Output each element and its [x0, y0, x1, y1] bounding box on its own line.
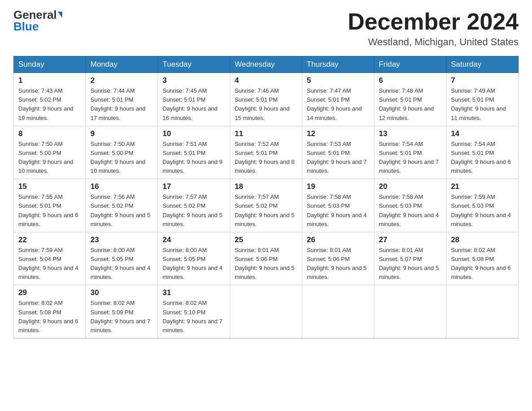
day-number: 29 [18, 288, 81, 297]
day-info: Sunrise: 7:57 AMSunset: 5:02 PMDaylight:… [163, 193, 225, 229]
day-number: 4 [235, 76, 297, 85]
day-number: 31 [163, 288, 225, 297]
day-info: Sunrise: 7:59 AMSunset: 5:03 PMDaylight:… [451, 193, 514, 229]
day-number: 20 [379, 182, 442, 191]
day-number: 21 [451, 182, 514, 191]
calendar-cell: 24 Sunrise: 8:00 AMSunset: 5:05 PMDaylig… [158, 232, 230, 285]
day-info: Sunrise: 8:00 AMSunset: 5:05 PMDaylight:… [163, 246, 225, 282]
calendar-cell: 3 Sunrise: 7:45 AMSunset: 5:01 PMDayligh… [158, 73, 230, 126]
day-number: 11 [235, 129, 297, 138]
day-number: 25 [235, 235, 297, 244]
calendar-cell: 22 Sunrise: 7:59 AMSunset: 5:04 PMDaylig… [14, 232, 86, 285]
day-info: Sunrise: 7:52 AMSunset: 5:01 PMDaylight:… [235, 140, 297, 176]
day-info: Sunrise: 8:01 AMSunset: 5:06 PMDaylight:… [235, 246, 297, 282]
day-info: Sunrise: 8:01 AMSunset: 5:06 PMDaylight:… [307, 246, 369, 282]
logo-general-text: General [13, 9, 57, 21]
day-info: Sunrise: 8:02 AMSunset: 5:09 PMDaylight:… [90, 299, 153, 335]
day-number: 26 [307, 235, 369, 244]
month-title: December 2024 [348, 9, 519, 34]
calendar-header-thursday: Thursday [302, 56, 374, 73]
calendar-header-saturday: Saturday [446, 56, 518, 73]
day-number: 28 [451, 235, 514, 244]
day-number: 8 [18, 129, 81, 138]
title-block: December 2024 Westland, Michigan, United… [348, 9, 519, 48]
logo-blue-text: Blue [13, 21, 39, 32]
calendar-cell: 6 Sunrise: 7:48 AMSunset: 5:01 PMDayligh… [374, 73, 446, 126]
day-info: Sunrise: 8:02 AMSunset: 5:08 PMDaylight:… [18, 299, 81, 335]
day-number: 9 [90, 129, 153, 138]
day-number: 6 [379, 76, 442, 85]
calendar-cell: 28 Sunrise: 8:02 AMSunset: 5:08 PMDaylig… [446, 232, 518, 285]
location-title: Westland, Michigan, United States [348, 36, 519, 48]
day-number: 12 [307, 129, 369, 138]
calendar-cell: 4 Sunrise: 7:46 AMSunset: 5:01 PMDayligh… [230, 73, 302, 126]
calendar-cell: 18 Sunrise: 7:57 AMSunset: 5:02 PMDaylig… [230, 179, 302, 232]
calendar-cell [230, 285, 302, 338]
day-info: Sunrise: 8:01 AMSunset: 5:07 PMDaylight:… [379, 246, 442, 282]
day-number: 30 [90, 288, 153, 297]
day-number: 10 [163, 129, 225, 138]
day-info: Sunrise: 7:54 AMSunset: 5:01 PMDaylight:… [451, 140, 514, 176]
calendar-cell: 26 Sunrise: 8:01 AMSunset: 5:06 PMDaylig… [302, 232, 374, 285]
calendar-cell: 27 Sunrise: 8:01 AMSunset: 5:07 PMDaylig… [374, 232, 446, 285]
calendar-week-row: 22 Sunrise: 7:59 AMSunset: 5:04 PMDaylig… [14, 232, 519, 285]
day-info: Sunrise: 7:47 AMSunset: 5:01 PMDaylight:… [307, 86, 369, 123]
day-number: 3 [163, 76, 225, 85]
day-info: Sunrise: 7:54 AMSunset: 5:01 PMDaylight:… [379, 140, 442, 176]
day-number: 18 [235, 182, 297, 191]
calendar-cell: 25 Sunrise: 8:01 AMSunset: 5:06 PMDaylig… [230, 232, 302, 285]
day-info: Sunrise: 7:55 AMSunset: 5:01 PMDaylight:… [18, 193, 81, 229]
calendar-header-friday: Friday [374, 56, 446, 73]
calendar-cell [302, 285, 374, 338]
day-info: Sunrise: 8:00 AMSunset: 5:05 PMDaylight:… [90, 246, 153, 282]
logo: General Blue [13, 9, 62, 32]
day-number: 22 [18, 235, 81, 244]
calendar-cell: 2 Sunrise: 7:44 AMSunset: 5:01 PMDayligh… [86, 73, 158, 126]
day-info: Sunrise: 7:58 AMSunset: 5:03 PMDaylight:… [307, 193, 369, 229]
calendar-cell: 30 Sunrise: 8:02 AMSunset: 5:09 PMDaylig… [86, 285, 158, 338]
calendar-cell: 16 Sunrise: 7:56 AMSunset: 5:02 PMDaylig… [86, 179, 158, 232]
day-number: 2 [90, 76, 153, 85]
calendar-week-row: 8 Sunrise: 7:50 AMSunset: 5:00 PMDayligh… [14, 126, 519, 179]
day-info: Sunrise: 7:49 AMSunset: 5:01 PMDaylight:… [451, 86, 514, 123]
calendar-cell [374, 285, 446, 338]
calendar-week-row: 29 Sunrise: 8:02 AMSunset: 5:08 PMDaylig… [14, 285, 519, 338]
calendar-header-monday: Monday [86, 56, 158, 73]
day-info: Sunrise: 7:46 AMSunset: 5:01 PMDaylight:… [235, 86, 297, 123]
day-number: 27 [379, 235, 442, 244]
calendar-cell: 29 Sunrise: 8:02 AMSunset: 5:08 PMDaylig… [14, 285, 86, 338]
calendar-cell: 23 Sunrise: 8:00 AMSunset: 5:05 PMDaylig… [86, 232, 158, 285]
calendar-cell: 20 Sunrise: 7:58 AMSunset: 5:03 PMDaylig… [374, 179, 446, 232]
day-number: 5 [307, 76, 369, 85]
calendar-cell: 1 Sunrise: 7:43 AMSunset: 5:02 PMDayligh… [14, 73, 86, 126]
day-info: Sunrise: 7:59 AMSunset: 5:04 PMDaylight:… [18, 246, 81, 282]
calendar-cell: 12 Sunrise: 7:53 AMSunset: 5:01 PMDaylig… [302, 126, 374, 179]
day-info: Sunrise: 7:58 AMSunset: 5:03 PMDaylight:… [379, 193, 442, 229]
calendar-week-row: 1 Sunrise: 7:43 AMSunset: 5:02 PMDayligh… [14, 73, 519, 126]
calendar-cell: 5 Sunrise: 7:47 AMSunset: 5:01 PMDayligh… [302, 73, 374, 126]
day-info: Sunrise: 7:57 AMSunset: 5:02 PMDaylight:… [235, 193, 297, 229]
day-info: Sunrise: 7:50 AMSunset: 5:00 PMDaylight:… [18, 140, 81, 176]
calendar-cell: 15 Sunrise: 7:55 AMSunset: 5:01 PMDaylig… [14, 179, 86, 232]
day-number: 24 [163, 235, 225, 244]
day-info: Sunrise: 7:48 AMSunset: 5:01 PMDaylight:… [379, 86, 442, 123]
day-info: Sunrise: 7:43 AMSunset: 5:02 PMDaylight:… [18, 86, 81, 123]
calendar-cell: 17 Sunrise: 7:57 AMSunset: 5:02 PMDaylig… [158, 179, 230, 232]
day-info: Sunrise: 7:45 AMSunset: 5:01 PMDaylight:… [163, 86, 225, 123]
day-info: Sunrise: 7:53 AMSunset: 5:01 PMDaylight:… [307, 140, 369, 176]
calendar-header-row: SundayMondayTuesdayWednesdayThursdayFrid… [14, 56, 519, 73]
day-number: 17 [163, 182, 225, 191]
calendar-cell: 21 Sunrise: 7:59 AMSunset: 5:03 PMDaylig… [446, 179, 518, 232]
calendar-cell: 11 Sunrise: 7:52 AMSunset: 5:01 PMDaylig… [230, 126, 302, 179]
day-info: Sunrise: 7:50 AMSunset: 5:00 PMDaylight:… [90, 140, 153, 176]
calendar-cell: 10 Sunrise: 7:51 AMSunset: 5:01 PMDaylig… [158, 126, 230, 179]
calendar-header-sunday: Sunday [14, 56, 86, 73]
day-number: 1 [18, 76, 81, 85]
calendar-cell: 7 Sunrise: 7:49 AMSunset: 5:01 PMDayligh… [446, 73, 518, 126]
day-info: Sunrise: 7:56 AMSunset: 5:02 PMDaylight:… [90, 193, 153, 229]
day-number: 15 [18, 182, 81, 191]
calendar-header-tuesday: Tuesday [158, 56, 230, 73]
calendar-cell: 14 Sunrise: 7:54 AMSunset: 5:01 PMDaylig… [446, 126, 518, 179]
calendar-cell: 8 Sunrise: 7:50 AMSunset: 5:00 PMDayligh… [14, 126, 86, 179]
day-number: 7 [451, 76, 514, 85]
